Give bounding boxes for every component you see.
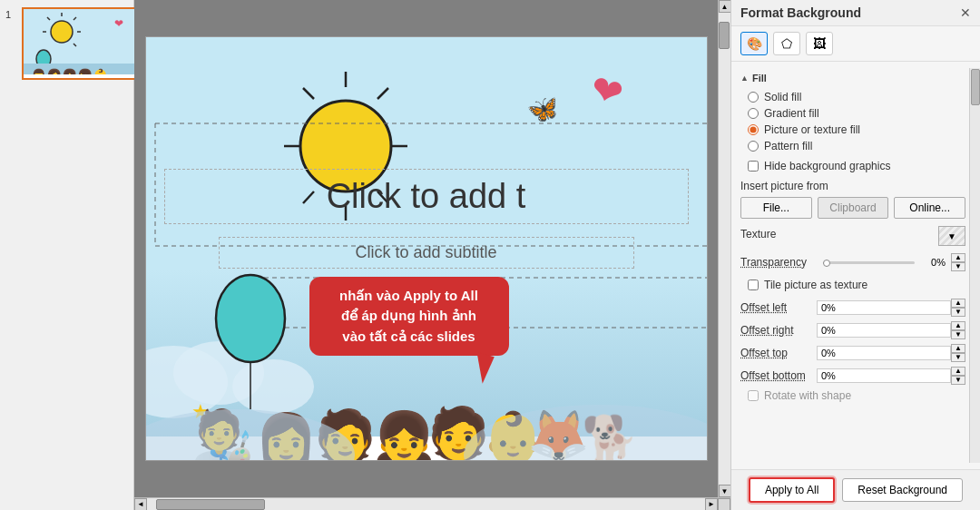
slider-thumb[interactable] <box>823 260 830 267</box>
offset-top-input[interactable] <box>817 346 951 360</box>
offset-top-down[interactable]: ▼ <box>951 353 965 362</box>
clipboard-button[interactable]: Clipboard <box>818 197 889 219</box>
offset-bottom-label: Offset bottom <box>740 369 817 382</box>
svg-text:🧑: 🧑 <box>314 407 377 460</box>
svg-point-30 <box>216 275 285 362</box>
svg-rect-13 <box>24 74 136 78</box>
file-button[interactable]: File... <box>740 197 812 219</box>
transparency-slider[interactable] <box>823 261 915 264</box>
texture-picker[interactable]: ▼ <box>938 226 965 246</box>
solid-fill-radio[interactable] <box>748 92 759 103</box>
apply-to-all-label: Apply to All <box>765 484 818 496</box>
rotate-with-shape-checkbox[interactable] <box>748 390 759 401</box>
offset-left-up[interactable]: ▲ <box>951 299 965 308</box>
offset-left-row: Offset left ▲ ▼ <box>740 299 965 317</box>
gradient-fill-label: Gradient fill <box>764 107 819 120</box>
clipboard-button-label: Clipboard <box>829 201 876 214</box>
gradient-fill-option[interactable]: Gradient fill <box>748 107 965 120</box>
fill-section-header: Fill <box>740 73 965 83</box>
reset-background-button[interactable]: Reset Background <box>842 478 963 502</box>
picture-fill-label: Picture or texture fill <box>764 123 860 136</box>
slide-title-area[interactable]: Click to add t <box>164 169 689 224</box>
svg-text:👩: 👩 <box>255 410 318 460</box>
scroll-right-icon: ► <box>708 500 715 508</box>
offset-left-input[interactable] <box>817 300 951 315</box>
slide-canvas[interactable]: 🦋 ❤ ★ <box>145 36 708 461</box>
pattern-fill-label: Pattern fill <box>764 140 812 152</box>
format-background-panel: Format Background ✕ 🎨 ⬠ 🖼 Fill Solid fil… <box>730 0 980 510</box>
gradient-fill-radio[interactable] <box>748 108 759 119</box>
offset-right-down[interactable]: ▼ <box>951 330 965 339</box>
picture-tab-icon: 🖼 <box>813 36 826 51</box>
offset-left-down[interactable]: ▼ <box>951 308 965 317</box>
offset-bottom-row: Offset bottom ▲ ▼ <box>740 367 965 385</box>
slides-panel: 1 ❤ <box>0 0 134 510</box>
scroll-right-btn[interactable]: ► <box>705 498 718 511</box>
tile-picture-option[interactable]: Tile picture as texture <box>748 279 965 291</box>
scroll-thumb[interactable] <box>719 22 730 49</box>
fill-tab-icon: 🎨 <box>747 36 762 51</box>
bottom-scroll-track[interactable] <box>147 498 705 510</box>
scroll-up-icon: ▲ <box>721 3 729 11</box>
offset-top-up[interactable]: ▲ <box>951 344 965 353</box>
hide-background-option[interactable]: Hide background graphics <box>748 160 965 172</box>
panel-close-button[interactable]: ✕ <box>960 5 971 20</box>
hide-background-label: Hide background graphics <box>764 160 890 172</box>
scroll-track[interactable] <box>719 13 730 485</box>
texture-label: Texture <box>740 228 776 240</box>
offset-bottom-up[interactable]: ▲ <box>951 367 965 376</box>
scroll-left-btn[interactable]: ◄ <box>134 498 147 511</box>
slide-subtitle-text: Click to add subtitle <box>355 243 496 261</box>
svg-text:🧑: 🧑 <box>427 404 490 460</box>
scroll-up-btn[interactable]: ▲ <box>719 0 731 13</box>
offset-right-up[interactable]: ▲ <box>951 321 965 330</box>
hide-background-checkbox[interactable] <box>748 161 759 172</box>
offset-right-input[interactable] <box>817 323 951 338</box>
panel-scrollbar[interactable] <box>969 68 980 463</box>
tab-picture[interactable]: 🖼 <box>806 32 833 55</box>
transparency-value: 0% <box>920 257 946 268</box>
tile-picture-checkbox[interactable] <box>748 280 759 290</box>
picture-fill-option[interactable]: Picture or texture fill <box>748 123 965 136</box>
fill-section-label: Fill <box>752 73 767 83</box>
svg-point-14 <box>146 346 228 418</box>
scroll-left-icon: ◄ <box>137 500 144 508</box>
offset-top-label: Offset top <box>740 347 817 359</box>
transparency-spinner: ▲ ▼ <box>951 253 965 271</box>
panel-tabs: 🎨 ⬠ 🖼 <box>731 26 980 62</box>
pattern-fill-radio[interactable] <box>748 141 759 152</box>
offset-right-row: Offset right ▲ ▼ <box>740 321 965 339</box>
slide-thumbnail[interactable]: ❤ 👨👩👧👦👶 <box>22 7 138 80</box>
spin-down[interactable]: ▼ <box>951 262 965 271</box>
vertical-scrollbar[interactable]: ▲ ▼ <box>718 0 730 497</box>
spin-up[interactable]: ▲ <box>951 253 965 262</box>
solid-fill-option[interactable]: Solid fill <box>748 91 965 103</box>
panel-title: Format Background <box>740 5 861 20</box>
offset-bottom-down[interactable]: ▼ <box>951 376 965 385</box>
pattern-fill-option[interactable]: Pattern fill <box>748 140 965 152</box>
svg-text:🧑‍🎨: 🧑‍🎨 <box>191 407 254 460</box>
tab-fill[interactable]: 🎨 <box>740 32 768 55</box>
svg-point-16 <box>232 359 314 414</box>
apply-to-all-button[interactable]: Apply to All <box>749 477 835 503</box>
svg-text:🐕: 🐕 <box>582 412 639 460</box>
callout-text: nhấn vào Apply to Allđể áp dụng hình ảnh… <box>339 288 478 344</box>
svg-text:★: ★ <box>191 400 210 423</box>
offset-right-label: Offset right <box>740 324 817 337</box>
svg-line-19 <box>377 88 388 99</box>
panel-scroll-thumb[interactable] <box>971 69 980 105</box>
scroll-down-btn[interactable]: ▼ <box>719 485 731 497</box>
rotate-with-shape-option[interactable]: Rotate with shape <box>748 389 965 402</box>
panel-header: Format Background ✕ <box>731 0 980 26</box>
offset-bottom-input[interactable] <box>817 368 951 383</box>
bottom-scroll-thumb[interactable] <box>156 499 265 510</box>
online-button[interactable]: Online... <box>894 197 965 219</box>
tab-effects[interactable]: ⬠ <box>773 32 800 55</box>
slide-subtitle-area[interactable]: Click to add subtitle <box>219 237 634 269</box>
svg-point-1 <box>51 21 73 43</box>
offset-left-label: Offset left <box>740 301 817 314</box>
slide-number: 1 <box>5 9 11 20</box>
horizontal-scrollbar[interactable]: ◄ ► <box>134 497 730 510</box>
picture-fill-radio[interactable] <box>748 124 759 135</box>
texture-row: Texture ▼ <box>740 226 965 246</box>
